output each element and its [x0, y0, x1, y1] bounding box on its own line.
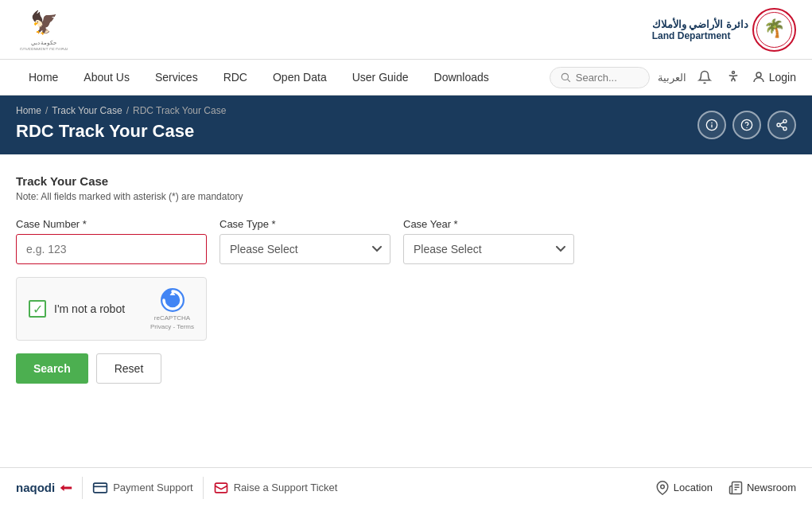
search-input[interactable]	[576, 72, 639, 84]
case-type-select[interactable]: Please Select	[220, 234, 390, 264]
dept-text-area: دائرة الأراضي والأملاك Land Department	[652, 18, 748, 41]
page-header: Home / Track Your Case / RDC Track Your …	[0, 96, 812, 154]
bell-icon	[697, 70, 712, 84]
dept-arabic-name: دائرة الأراضي والأملاك	[652, 18, 748, 30]
nav-downloads[interactable]: Downloads	[422, 60, 502, 95]
share-icon	[775, 119, 788, 131]
gov-logo: 🦅 حكومة دبي GOVERNMENT OF DUBAI	[16, 6, 72, 53]
info-icon	[705, 119, 718, 131]
help-icon-button[interactable]	[732, 111, 761, 139]
case-year-label: Case Year *	[403, 218, 574, 230]
accessibility-icon	[726, 70, 740, 84]
svg-text:🌴: 🌴	[763, 18, 786, 39]
svg-point-16	[777, 123, 780, 127]
case-type-label: Case Type *	[220, 218, 390, 230]
help-icon	[740, 119, 753, 131]
main-content: Track Your Case Note: All fields marked …	[0, 154, 812, 404]
gov-emblem-svg: 🦅 حكومة دبي GOVERNMENT OF DUBAI	[16, 6, 72, 50]
svg-line-18	[780, 126, 784, 128]
nav-links: Home About Us Services RDC Open Data Use…	[16, 60, 502, 95]
svg-line-6	[567, 80, 569, 82]
section-title: Track Your Case	[16, 174, 796, 188]
svg-text:🦅: 🦅	[30, 10, 58, 36]
case-type-group: Case Type * Please Select	[220, 218, 390, 264]
form-row: Case Number * Case Type * Please Select …	[16, 218, 796, 264]
logo-area: 🦅 حكومة دبي GOVERNMENT OF DUBAI	[16, 6, 72, 53]
svg-text:حكومة دبي: حكومة دبي	[31, 40, 57, 46]
svg-point-12	[711, 123, 712, 123]
case-number-group: Case Number *	[16, 218, 207, 264]
arabic-toggle[interactable]: العربية	[658, 72, 686, 84]
search-button[interactable]: Search	[16, 353, 88, 384]
info-icon-button[interactable]	[697, 111, 726, 139]
case-number-input[interactable]	[16, 234, 207, 264]
login-button[interactable]: Login	[752, 70, 796, 84]
accessibility-icon-button[interactable]	[723, 67, 744, 88]
palm-emblem-svg: 🌴	[756, 12, 792, 48]
search-icon	[560, 72, 571, 83]
nav-about[interactable]: About Us	[71, 60, 142, 95]
header-icons	[697, 111, 796, 139]
nav-right: العربية Login	[550, 67, 796, 88]
breadcrumb-sep2: /	[126, 105, 129, 116]
recaptcha-label: I'm not a robot	[54, 302, 125, 315]
nav-home[interactable]: Home	[16, 60, 71, 95]
breadcrumb-current: RDC Track Your Case	[133, 105, 226, 116]
dept-logo-area: دائرة الأراضي والأملاك Land Department 🌴	[652, 8, 796, 52]
bell-icon-button[interactable]	[694, 67, 715, 88]
case-number-label: Case Number *	[16, 218, 207, 230]
nav-services[interactable]: Services	[142, 60, 211, 95]
user-icon	[752, 70, 766, 84]
page-title: RDC Track Your Case	[16, 121, 796, 142]
breadcrumb: Home / Track Your Case / RDC Track Your …	[16, 105, 796, 116]
top-nav: 🦅 حكومة دبي GOVERNMENT OF DUBAI دائرة ال…	[0, 0, 812, 60]
breadcrumb-home[interactable]: Home	[16, 105, 41, 116]
svg-point-15	[783, 119, 787, 123]
recaptcha-box[interactable]: ✓ I'm not a robot reCAPTCHA Privacy - Te…	[16, 277, 207, 341]
recaptcha-sub: Privacy - Terms	[150, 323, 194, 330]
reset-button[interactable]: Reset	[96, 353, 162, 384]
breadcrumb-sep1: /	[45, 105, 48, 116]
svg-point-5	[561, 73, 568, 80]
login-label: Login	[769, 71, 796, 84]
case-year-group: Case Year * Please Select	[403, 218, 574, 264]
nav-user-guide[interactable]: User Guide	[340, 60, 422, 95]
search-box[interactable]	[550, 67, 650, 88]
recaptcha-logo	[160, 287, 185, 313]
case-year-select[interactable]: Please Select	[403, 234, 574, 264]
svg-point-17	[783, 127, 787, 131]
mandatory-note: Note: All fields marked with asterisk (*…	[16, 191, 796, 202]
recaptcha-right: reCAPTCHA Privacy - Terms	[150, 287, 194, 330]
breadcrumb-track[interactable]: Track Your Case	[52, 105, 122, 116]
svg-point-7	[732, 72, 734, 74]
recaptcha-checkbox[interactable]: ✓	[29, 300, 46, 318]
main-nav: Home About Us Services RDC Open Data Use…	[0, 60, 812, 96]
nav-rdc[interactable]: RDC	[211, 60, 260, 95]
share-icon-button[interactable]	[767, 111, 796, 139]
btn-row: Search Reset	[16, 353, 796, 384]
recaptcha-left: ✓ I'm not a robot	[29, 300, 125, 318]
dept-english-name: Land Department	[652, 30, 748, 41]
recaptcha-brand: reCAPTCHA	[154, 314, 190, 322]
dept-emblem: 🌴	[752, 8, 796, 52]
nav-open-data[interactable]: Open Data	[260, 60, 340, 95]
svg-point-8	[756, 72, 761, 77]
svg-text:GOVERNMENT OF DUBAI: GOVERNMENT OF DUBAI	[20, 47, 68, 50]
svg-line-19	[780, 122, 784, 124]
